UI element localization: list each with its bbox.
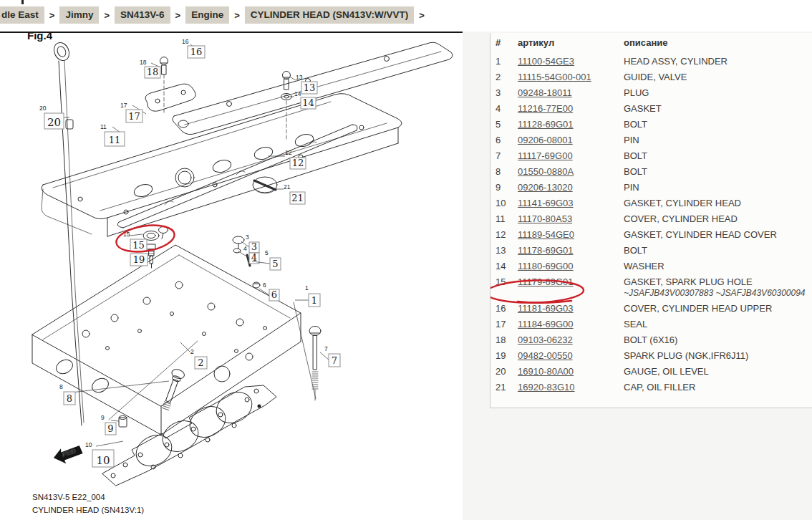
row-number: 15 [490,274,518,300]
table-row-14: 1411180-69G00WASHER [490,258,812,274]
cylinder-head-cover-drawing [42,94,402,236]
callout-7[interactable]: 77 [320,345,340,367]
callout-number: 3 [251,241,257,252]
part-number-link[interactable]: 09206-08001 [518,135,573,145]
row-number: 3 [490,85,518,100]
callout-16[interactable]: 1616 [182,38,205,58]
table-row-15: 1511179-69G01GASKET, SPARK PLUG HOLE~JSA… [490,274,812,300]
breadcrumb: dle East>Jimny>SN413V-6>Engine>CYLINDER … [0,6,430,24]
callout-number: 18 [147,67,159,77]
table-row-9: 909206-13020PIN [490,179,812,195]
breadcrumb-item-dle-east[interactable]: dle East [0,6,44,24]
part-number-link[interactable]: 09482-00550 [518,350,573,361]
row-number: 5 [490,116,518,132]
callout-number: 6 [271,289,277,300]
part-number-link[interactable]: 11141-69G03 [518,198,574,208]
part-description: COVER, CYLINDER HEAD [624,211,812,226]
seal-17-drawing [145,84,195,111]
callout-2[interactable]: 22 [180,342,207,369]
callout-small-number: 6 [263,281,266,289]
callout-21[interactable]: 2121 [275,183,305,204]
row-number: 13 [490,242,518,258]
callout-small-number: 16 [182,38,189,45]
part-number-link[interactable]: 11180-69G00 [518,261,574,271]
callout-small-number: 9 [101,414,105,421]
part-description: SEAL [624,316,812,332]
callout-9[interactable]: 99 [101,414,119,435]
fwd-arrow-icon: FWD [52,444,84,466]
callout-6[interactable]: 66 [259,281,279,301]
callout-small-number: 20 [39,105,47,112]
part-description: GASKET, SPARK PLUG HOLE~JSAFJB43V0030788… [624,274,812,300]
head-gasket-drawing [102,385,276,486]
callout-15[interactable]: 1515 [123,231,147,251]
row-number: 19 [490,347,518,363]
breadcrumb-item-jimny[interactable]: Jimny [59,6,99,24]
part-number-link[interactable]: 09206-13020 [518,182,573,193]
breadcrumb-separator: > [104,10,110,21]
parts-table-panel: # артикул описание 111100-54GE3HEAD ASSY… [490,33,812,408]
breadcrumb-separator: > [175,10,181,21]
callout-20[interactable]: 2020 [39,105,69,129]
part-number-link[interactable]: 11181-69G03 [518,303,574,314]
part-number-link[interactable]: 11170-80A53 [518,213,572,224]
part-number-link[interactable]: 11117-69G00 [518,150,573,161]
part-number-link[interactable]: 11189-54GE0 [518,229,574,240]
diagram-line-art: FWD [32,40,453,486]
row-number: 6 [490,132,518,148]
part-number-link[interactable]: 01550-0880A [518,166,574,177]
table-row-10: 1011141-69G03GASKET, CYLINDER HEAD [490,195,812,211]
breadcrumb-item-engine[interactable]: Engine [185,6,229,24]
parts-catalog-page: dle East>Jimny>SN413V-6>Engine>CYLINDER … [0,0,812,520]
breadcrumb-item-cylinder-head-sn413v-w-vvt-[interactable]: CYLINDER HEAD (SN413V:W/VVT) [245,6,415,24]
table-row-17: 1711184-69G00SEAL [490,316,812,332]
part-description: HEAD ASSY, CYLINDER [624,53,812,69]
part-number-link[interactable]: 16910-80A00 [518,366,574,377]
part-number-link[interactable]: 09248-18011 [518,87,572,98]
callout-small-number: 3 [246,233,249,241]
table-row-7: 711117-69G00BOLT [490,148,812,163]
callout-number: 17 [128,111,140,122]
part-number-link[interactable]: 11115-54G00-001 [518,72,591,82]
callout-number: 14 [302,97,314,108]
column-header-article: артикул [518,33,624,53]
callout-leader-line [320,352,329,360]
part-number-link[interactable]: 11100-54GE3 [518,56,574,67]
part-number-link[interactable]: 16920-83G10 [518,382,575,393]
callout-17[interactable]: 1717 [120,102,146,122]
table-row-16: 1611181-69G03COVER, CYLINDER HEAD UPPER [490,300,812,316]
oil-filler-cap-drawing [253,177,277,193]
parts-table: # артикул описание 111100-54GE3HEAD ASSY… [490,33,812,395]
callout-11[interactable]: 1111 [100,123,125,146]
part-number-link[interactable]: 11179-69G01 [518,276,574,287]
callout-small-number: 11 [100,123,107,130]
part-number-link[interactable]: 11184-69G00 [518,319,574,329]
callout-small-number: 10 [85,441,92,448]
callout-small-number: 1 [305,284,309,292]
callout-number: 5 [272,259,278,269]
callout-18[interactable]: 1818 [140,59,160,78]
callout-small-number: 12 [285,149,292,156]
diagram-caption-title: CYLINDER HEAD (SN413V:1) [32,506,144,514]
part-number-link[interactable]: 09103-06232 [518,334,573,345]
callout-number: 16 [190,47,203,57]
callout-small-number: 2 [190,348,194,355]
table-row-11: 1111170-80A53COVER, CYLINDER HEAD [490,211,812,226]
part-description: BOLT [624,148,812,163]
part-number-link[interactable]: 11178-69G01 [518,245,574,256]
callout-1[interactable]: 11 [295,284,320,307]
row-number: 9 [490,179,518,195]
part-number-link[interactable]: 11216-77E00 [518,103,573,114]
callout-number: 1 [311,295,317,306]
part-description: COVER, CYLINDER HEAD UPPER [624,300,812,316]
callout-10[interactable]: 1010 [85,441,123,467]
callout-number: 9 [107,423,113,434]
table-row-8: 801550-0880ABOLT [490,163,812,179]
callout-small-number: 4 [243,245,247,252]
breadcrumb-item-sn413v-6[interactable]: SN413V-6 [115,6,170,24]
callout-number: 13 [304,82,316,93]
table-row-21: 2116920-83G10CAP, OIL FILLER [490,379,812,395]
part-number-link[interactable]: 11128-69G01 [518,119,574,130]
callout-19[interactable]: 19 [130,254,151,266]
column-header-number: # [490,33,518,53]
